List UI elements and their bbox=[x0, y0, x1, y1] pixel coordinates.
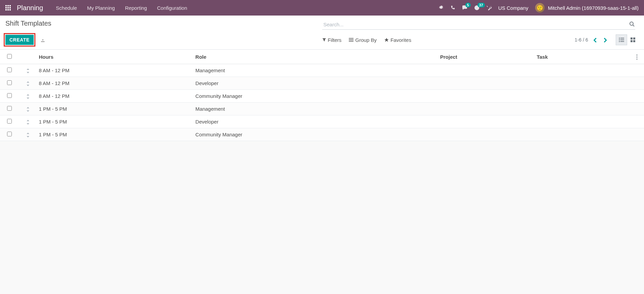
row-checkbox[interactable] bbox=[7, 119, 12, 124]
header-hours[interactable]: Hours bbox=[37, 50, 192, 64]
cell-role[interactable]: Developer bbox=[192, 77, 437, 90]
phone-icon[interactable] bbox=[451, 5, 455, 10]
cell-hours[interactable]: 1 PM - 5 PM bbox=[37, 128, 192, 141]
svg-point-14 bbox=[637, 55, 638, 56]
row-handle[interactable] bbox=[19, 64, 38, 77]
cell-task[interactable] bbox=[533, 128, 630, 141]
bug-icon[interactable] bbox=[438, 5, 444, 10]
row-checkbox[interactable] bbox=[7, 80, 12, 85]
cell-task[interactable] bbox=[533, 115, 630, 128]
header-task[interactable]: Task bbox=[533, 50, 630, 64]
create-button[interactable]: CREATE bbox=[5, 35, 34, 45]
row-handle[interactable] bbox=[19, 90, 38, 103]
table-row[interactable]: 1 PM - 5 PMDeveloper bbox=[0, 115, 644, 128]
svg-rect-12 bbox=[631, 40, 633, 42]
pager-next-icon[interactable] bbox=[602, 36, 608, 44]
nav-item-schedule[interactable]: Schedule bbox=[56, 5, 77, 11]
search-icon[interactable] bbox=[629, 21, 635, 27]
table-row[interactable]: 8 AM - 12 PMManagement bbox=[0, 64, 644, 77]
cell-role[interactable]: Community Manager bbox=[192, 90, 437, 103]
row-checkbox[interactable] bbox=[7, 132, 12, 136]
cell-hours[interactable]: 1 PM - 5 PM bbox=[37, 115, 192, 128]
header-project[interactable]: Project bbox=[437, 50, 533, 64]
row-checkbox-cell bbox=[0, 90, 19, 103]
drag-handle-icon[interactable] bbox=[26, 106, 30, 112]
table-row[interactable]: 1 PM - 5 PMCommunity Manager bbox=[0, 128, 644, 141]
drag-handle-icon[interactable] bbox=[26, 68, 30, 73]
groupby-button[interactable]: Group By bbox=[349, 37, 376, 43]
tools-icon[interactable] bbox=[486, 5, 492, 10]
row-handle[interactable] bbox=[19, 128, 38, 141]
pager: 1-6 / 6 bbox=[575, 34, 639, 45]
pager-text[interactable]: 1-6 / 6 bbox=[575, 37, 588, 43]
cell-project[interactable] bbox=[437, 128, 533, 141]
user-menu[interactable]: 🙂 Mitchell Admin (16970939-saas-15-1-all… bbox=[535, 3, 639, 12]
drag-handle-icon[interactable] bbox=[26, 80, 30, 86]
svg-rect-9 bbox=[620, 41, 624, 42]
cell-task[interactable] bbox=[533, 90, 630, 103]
list-view-button[interactable] bbox=[616, 34, 627, 45]
row-checkbox[interactable] bbox=[7, 93, 12, 98]
cell-task[interactable] bbox=[533, 64, 630, 77]
select-all-checkbox[interactable] bbox=[7, 54, 12, 59]
svg-rect-3 bbox=[349, 41, 354, 42]
nav-item-my-planning[interactable]: My Planning bbox=[87, 5, 115, 11]
svg-rect-11 bbox=[633, 37, 635, 39]
cell-project[interactable] bbox=[437, 64, 533, 77]
cell-task[interactable] bbox=[533, 77, 630, 90]
search-area bbox=[322, 20, 639, 30]
nav-item-reporting[interactable]: Reporting bbox=[125, 5, 147, 11]
svg-point-4 bbox=[619, 38, 620, 39]
kanban-view-button[interactable] bbox=[627, 34, 639, 45]
control-panel: Shift Templates CREATE Filters Group By … bbox=[0, 16, 644, 50]
table-row[interactable]: 8 AM - 12 PMDeveloper bbox=[0, 77, 644, 90]
activities-icon[interactable]: 37 bbox=[474, 5, 480, 10]
row-handle[interactable] bbox=[19, 77, 38, 90]
cell-role[interactable]: Management bbox=[192, 103, 437, 115]
view-switcher bbox=[616, 34, 639, 45]
drag-handle-icon[interactable] bbox=[26, 119, 30, 125]
table-row[interactable]: 1 PM - 5 PMManagement bbox=[0, 103, 644, 115]
conversations-icon[interactable]: 5 bbox=[462, 5, 467, 10]
cell-task[interactable] bbox=[533, 103, 630, 115]
row-handle[interactable] bbox=[19, 103, 38, 115]
search-input[interactable] bbox=[322, 20, 636, 30]
cell-project[interactable] bbox=[437, 103, 533, 115]
filters-button[interactable]: Filters bbox=[322, 37, 342, 43]
cell-project[interactable] bbox=[437, 90, 533, 103]
cell-project[interactable] bbox=[437, 77, 533, 90]
company-selector[interactable]: US Company bbox=[498, 5, 528, 11]
nav-item-configuration[interactable]: Configuration bbox=[157, 5, 187, 11]
favorites-button[interactable]: Favorites bbox=[384, 37, 411, 43]
cell-spacer bbox=[630, 77, 644, 90]
search-options: Filters Group By Favorites 1-6 / 6 bbox=[322, 34, 639, 45]
header-optional-columns[interactable] bbox=[630, 50, 644, 64]
export-icon[interactable] bbox=[40, 37, 45, 43]
row-handle[interactable] bbox=[19, 115, 38, 128]
drag-handle-icon[interactable] bbox=[26, 132, 30, 137]
cell-hours[interactable]: 8 AM - 12 PM bbox=[37, 90, 192, 103]
top-navbar: Planning Schedule My Planning Reporting … bbox=[0, 0, 644, 16]
cell-hours[interactable]: 8 AM - 12 PM bbox=[37, 77, 192, 90]
cp-top: Shift Templates bbox=[5, 20, 639, 30]
drag-handle-icon[interactable] bbox=[26, 93, 30, 99]
app-title[interactable]: Planning bbox=[17, 4, 43, 12]
svg-rect-5 bbox=[620, 38, 624, 38]
row-checkbox-cell bbox=[0, 128, 19, 141]
cell-role[interactable]: Community Manager bbox=[192, 128, 437, 141]
cell-project[interactable] bbox=[437, 115, 533, 128]
svg-point-6 bbox=[619, 39, 620, 41]
user-name: Mitchell Admin (16970939-saas-15-1-all) bbox=[548, 5, 639, 11]
cell-hours[interactable]: 1 PM - 5 PM bbox=[37, 103, 192, 115]
cell-spacer bbox=[630, 90, 644, 103]
cell-role[interactable]: Developer bbox=[192, 115, 437, 128]
table-row[interactable]: 8 AM - 12 PMCommunity Manager bbox=[0, 90, 644, 103]
cell-hours[interactable]: 8 AM - 12 PM bbox=[37, 64, 192, 77]
cell-spacer bbox=[630, 115, 644, 128]
pager-prev-icon[interactable] bbox=[592, 36, 598, 44]
row-checkbox[interactable] bbox=[7, 68, 12, 72]
header-role[interactable]: Role bbox=[192, 50, 437, 64]
cell-role[interactable]: Management bbox=[192, 64, 437, 77]
apps-icon[interactable] bbox=[5, 5, 11, 10]
row-checkbox[interactable] bbox=[7, 106, 12, 111]
